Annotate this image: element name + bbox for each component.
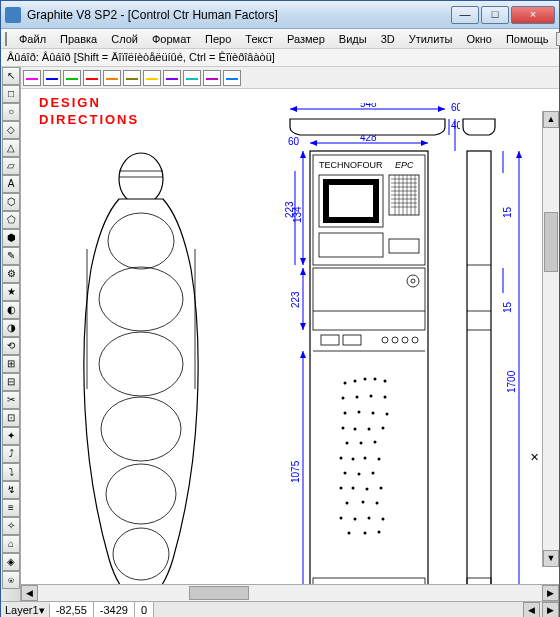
- pen-swatch-0[interactable]: [23, 70, 41, 86]
- menu-pen[interactable]: Перо: [199, 31, 237, 47]
- menu-format[interactable]: Формат: [146, 31, 197, 47]
- svg-point-65: [356, 396, 359, 399]
- tool-button-19[interactable]: ⊡: [2, 409, 20, 427]
- vscroll-thumb[interactable]: [544, 212, 558, 272]
- tool-button-6[interactable]: A: [2, 175, 20, 193]
- svg-point-76: [346, 442, 349, 445]
- human-figure: [51, 149, 231, 584]
- tool-button-24[interactable]: ≡: [2, 499, 20, 517]
- svg-point-95: [368, 517, 371, 520]
- svg-marker-16: [310, 140, 317, 146]
- svg-marker-17: [421, 140, 428, 146]
- close-button[interactable]: ×: [511, 6, 555, 24]
- tool-button-16[interactable]: ⊞: [2, 355, 20, 373]
- scroll-end-right[interactable]: ▶: [542, 602, 559, 617]
- svg-text:15: 15: [502, 206, 513, 218]
- window-buttons: — □ ×: [451, 6, 555, 24]
- menu-file[interactable]: Файл: [13, 31, 52, 47]
- svg-marker-109: [300, 323, 306, 330]
- pen-swatch-6[interactable]: [143, 70, 161, 86]
- hscroll-track[interactable]: [38, 585, 542, 601]
- minimize-button[interactable]: —: [451, 6, 479, 24]
- hscroll-thumb[interactable]: [189, 586, 249, 600]
- svg-marker-103: [300, 258, 306, 265]
- scroll-end-left[interactable]: ◀: [523, 602, 540, 617]
- svg-point-72: [342, 427, 345, 430]
- tool-button-4[interactable]: △: [2, 139, 20, 157]
- tool-button-2[interactable]: ○: [2, 103, 20, 121]
- menu-size[interactable]: Размер: [281, 31, 331, 47]
- tool-button-25[interactable]: ✧: [2, 517, 20, 535]
- tool-button-20[interactable]: ✦: [2, 427, 20, 445]
- document-icon[interactable]: [5, 32, 7, 46]
- pen-swatch-1[interactable]: [43, 70, 61, 86]
- svg-rect-115: [467, 151, 491, 584]
- tool-button-0[interactable]: ↖: [2, 67, 20, 85]
- svg-point-94: [354, 518, 357, 521]
- menu-layer[interactable]: Слой: [105, 31, 144, 47]
- pen-swatch-3[interactable]: [83, 70, 101, 86]
- pen-swatch-4[interactable]: [103, 70, 121, 86]
- tool-button-1[interactable]: □: [2, 85, 20, 103]
- tool-button-10[interactable]: ✎: [2, 247, 20, 265]
- tool-button-22[interactable]: ⤵: [2, 463, 20, 481]
- svg-text:EPC: EPC: [395, 160, 414, 170]
- tool-button-23[interactable]: ↯: [2, 481, 20, 499]
- menu-text[interactable]: Текст: [239, 31, 279, 47]
- vscroll-track[interactable]: [543, 128, 559, 550]
- titlebar[interactable]: Graphite V8 SP2 - [Control Ctr Human Fac…: [1, 1, 559, 29]
- svg-point-61: [364, 378, 367, 381]
- tool-button-13[interactable]: ◐: [2, 301, 20, 319]
- pen-swatch-9[interactable]: [203, 70, 221, 86]
- svg-text:223: 223: [290, 291, 301, 308]
- scroll-right-button[interactable]: ▶: [542, 585, 559, 601]
- tool-button-7[interactable]: ⬡: [2, 193, 20, 211]
- pen-swatch-5[interactable]: [123, 70, 141, 86]
- menu-help[interactable]: Помощь: [500, 31, 555, 47]
- menu-edit[interactable]: Правка: [54, 31, 103, 47]
- pen-swatch-10[interactable]: [223, 70, 241, 86]
- tool-button-14[interactable]: ◑: [2, 319, 20, 337]
- svg-marker-108: [300, 268, 306, 275]
- menu-utilities[interactable]: Утилиты: [403, 31, 459, 47]
- mdi-buttons: _ ❐ ×: [556, 32, 560, 46]
- menu-window[interactable]: Окно: [460, 31, 498, 47]
- maximize-button[interactable]: □: [481, 6, 509, 24]
- svg-point-98: [364, 532, 367, 535]
- svg-point-85: [372, 472, 375, 475]
- drawing-canvas[interactable]: DESIGN DIRECTIONS: [21, 89, 559, 584]
- svg-point-68: [344, 412, 347, 415]
- menu-views[interactable]: Виды: [333, 31, 373, 47]
- coord-y: -3429: [94, 602, 135, 617]
- svg-point-99: [378, 531, 381, 534]
- canvas-wrap: DESIGN DIRECTIONS: [21, 67, 559, 601]
- svg-point-87: [352, 487, 355, 490]
- tool-button-15[interactable]: ⟲: [2, 337, 20, 355]
- tool-button-9[interactable]: ⬢: [2, 229, 20, 247]
- tool-button-8[interactable]: ⬠: [2, 211, 20, 229]
- mdi-minimize-button[interactable]: _: [556, 32, 560, 46]
- pen-swatch-8[interactable]: [183, 70, 201, 86]
- tool-button-18[interactable]: ✂: [2, 391, 20, 409]
- scroll-up-button[interactable]: ▲: [543, 111, 559, 128]
- tool-button-21[interactable]: ⤴: [2, 445, 20, 463]
- tool-button-5[interactable]: ▱: [2, 157, 20, 175]
- svg-point-66: [370, 395, 373, 398]
- tool-button-3[interactable]: ◇: [2, 121, 20, 139]
- tool-button-17[interactable]: ⊟: [2, 373, 20, 391]
- scroll-down-button[interactable]: ▼: [543, 550, 559, 567]
- tool-button-28[interactable]: ⍟: [2, 571, 20, 589]
- tool-button-11[interactable]: ⚙: [2, 265, 20, 283]
- menubar: Файл Правка Слой Формат Перо Текст Разме…: [1, 29, 559, 49]
- tool-button-26[interactable]: ⌂: [2, 535, 20, 553]
- menu-3d[interactable]: 3D: [375, 31, 401, 47]
- scroll-left-button[interactable]: ◀: [21, 585, 38, 601]
- pen-swatch-2[interactable]: [63, 70, 81, 86]
- layer-selector[interactable]: Layer1▾: [1, 604, 50, 617]
- svg-text:1700: 1700: [506, 370, 517, 393]
- pen-swatch-7[interactable]: [163, 70, 181, 86]
- svg-point-96: [382, 518, 385, 521]
- coord-z: 0: [135, 602, 154, 617]
- tool-button-12[interactable]: ★: [2, 283, 20, 301]
- tool-button-27[interactable]: ◈: [2, 553, 20, 571]
